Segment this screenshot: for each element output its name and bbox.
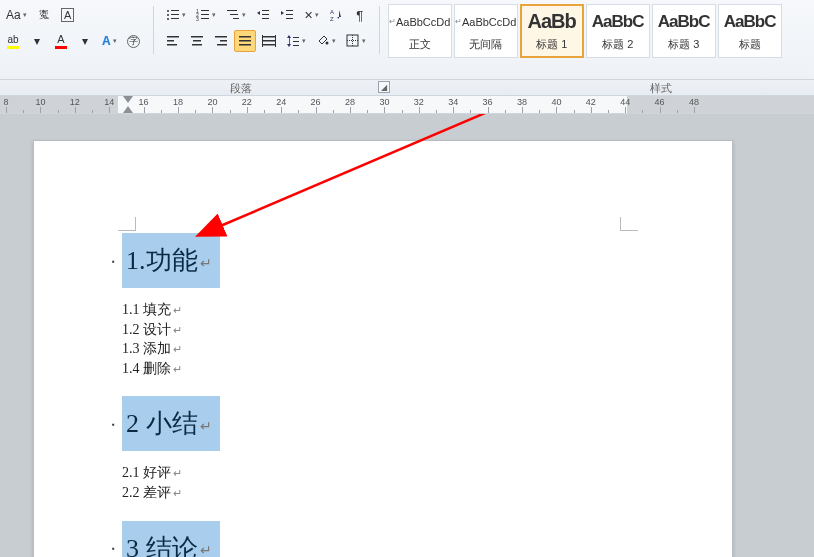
svg-rect-37 [239,44,251,46]
svg-rect-38 [263,36,275,38]
svg-text:3: 3 [196,16,199,22]
increase-indent-button[interactable] [276,4,298,26]
style-sample: AaBb [528,11,576,33]
heading-1[interactable]: 1.功能↵ [122,233,220,288]
change-case-button[interactable]: Aa▾ [2,4,31,26]
paragraph-group-label: 段落 [230,81,252,96]
chevron-down-icon: ▾ [315,11,319,19]
borders-button[interactable]: ▾ [342,30,370,52]
svg-rect-17 [262,14,269,15]
shading-button[interactable]: ▾ [312,30,340,52]
align-right-button[interactable] [210,30,232,52]
line-spacing-button[interactable]: ▾ [282,30,310,52]
style-item-标题3[interactable]: AaBbC标题 3 [652,4,716,58]
svg-point-2 [167,14,169,16]
highlight-swatch [7,46,19,49]
style-name: 标题 3 [668,37,699,52]
svg-rect-30 [193,40,201,42]
decrease-indent-button[interactable] [252,4,274,26]
doc-subitem[interactable]: 1.3 添加↵ [122,339,220,359]
linespace-icon [286,34,300,48]
doc-subitem[interactable]: 2.1 好评↵ [122,463,220,483]
document-content: 1.功能↵1.1 填充↵1.2 设计↵1.3 添加↵1.4 删除↵2 小结↵2.… [122,233,220,557]
heading-1[interactable]: 2 小结↵ [122,396,220,451]
multilevel-list-button[interactable]: ▾ [222,4,250,26]
phonetic-icon: 魙 [39,8,49,22]
chevron-down-icon: ▾ [362,37,366,45]
svg-rect-29 [191,36,203,38]
sort-icon: AZ [329,8,343,22]
margin-corner-tr [620,217,638,231]
align-left-button[interactable] [162,30,184,52]
style-item-标题1[interactable]: AaBb标题 1 [520,4,584,58]
align-justify-button[interactable] [234,30,256,52]
asian-icon: ✕ [304,9,313,22]
hanging-indent-marker[interactable] [123,106,133,113]
svg-rect-22 [286,18,293,19]
chevron-down-icon: ▾ [212,11,216,19]
svg-rect-14 [233,18,239,19]
font-color-button[interactable]: A [50,30,72,52]
svg-rect-26 [167,36,179,38]
svg-rect-40 [263,44,275,46]
first-line-indent-marker[interactable] [123,96,133,103]
bullets-button[interactable]: ▾ [162,4,190,26]
numbering-button[interactable]: 123▾ [192,4,220,26]
font-color-dropdown[interactable]: ▾ [74,30,96,52]
svg-rect-12 [227,10,237,11]
sort-button[interactable]: AZ [325,4,347,26]
margin-corner-tl [118,217,136,231]
style-item-标题2[interactable]: AaBbC标题 2 [586,4,650,58]
heading-1[interactable]: 3 结论↵ [122,521,220,557]
svg-rect-31 [192,44,202,46]
show-marks-button[interactable]: ¶ [349,4,371,26]
svg-rect-21 [286,14,293,15]
style-name: 标题 2 [602,37,633,52]
doc-block: 2 小结↵2.1 好评↵2.2 差评↵ [122,396,220,502]
enclose-char-button[interactable]: 字 [123,30,145,52]
highlight-button[interactable]: ab [2,30,24,52]
char-border-button[interactable]: A [57,4,79,26]
paragraph-mark-icon: ↵ [200,543,212,557]
style-name: 正文 [409,37,431,52]
svg-rect-27 [167,40,174,42]
doc-block: 3 结论↵ [122,521,220,557]
svg-rect-18 [262,18,269,19]
horizontal-ruler[interactable]: 8101214161820222426283032343638404244464… [0,96,814,114]
doc-subitem[interactable]: 2.2 差评↵ [122,483,220,503]
paragraph-mark-icon: ↵ [173,343,182,355]
style-item-正文[interactable]: ↵ AaBbCcDd正文 [388,4,452,58]
document-area: 1.功能↵1.1 填充↵1.2 设计↵1.3 添加↵1.4 删除↵2 小结↵2.… [0,114,814,557]
style-name: 标题 [739,37,761,52]
svg-rect-3 [171,14,179,15]
numbering-icon: 123 [196,8,210,22]
paragraph-mark-icon: ↵ [173,363,182,375]
svg-rect-13 [230,14,238,15]
style-item-标题[interactable]: AaBbC标题 [718,4,782,58]
svg-rect-46 [293,37,299,38]
chevron-down-icon: ▾ [332,37,336,45]
style-sample: AaBbC [592,11,644,33]
style-item-无间隔[interactable]: ↵ AaBbCcDd无间隔 [454,4,518,58]
doc-subitem[interactable]: 1.1 填充↵ [122,300,220,320]
asian-layout-button[interactable]: ✕▾ [300,4,323,26]
doc-subitem[interactable]: 1.2 设计↵ [122,320,220,340]
multilevel-icon [226,8,240,22]
svg-rect-35 [239,36,251,38]
svg-rect-42 [275,35,276,47]
highlight-dropdown[interactable]: ▾ [26,30,48,52]
svg-rect-7 [201,10,209,11]
phonetic-guide-button[interactable]: 魙 [33,4,55,26]
document-page[interactable]: 1.功能↵1.1 填充↵1.2 设计↵1.3 添加↵1.4 删除↵2 小结↵2.… [33,140,733,557]
align-distributed-button[interactable] [258,30,280,52]
style-sample: AaBbC [724,11,776,33]
svg-rect-36 [239,40,251,42]
align-center-button[interactable] [186,30,208,52]
svg-rect-39 [263,40,275,42]
paragraph-dialog-launcher[interactable]: ◢ [378,81,390,93]
pilcrow-icon: ¶ [356,8,363,23]
svg-rect-5 [171,18,179,19]
doc-subitem[interactable]: 1.4 删除↵ [122,359,220,379]
align-center-icon [190,34,204,48]
text-effects-button[interactable]: A▾ [98,30,121,52]
